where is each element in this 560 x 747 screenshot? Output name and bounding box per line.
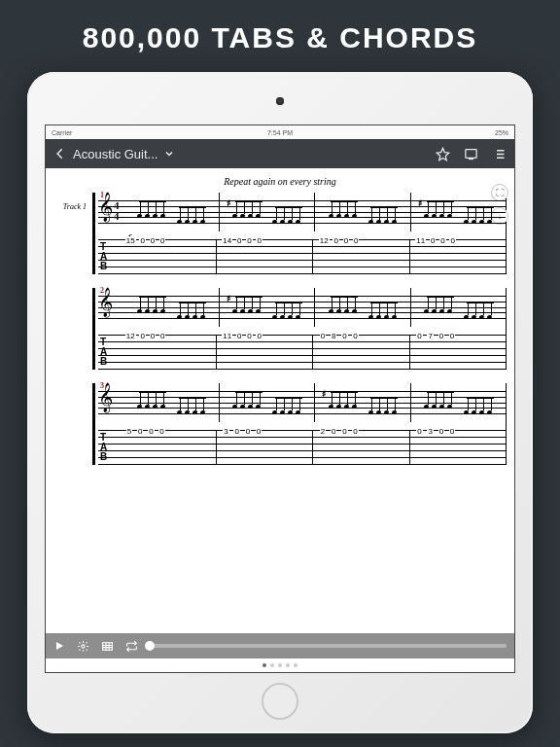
note <box>464 397 470 414</box>
star-icon[interactable] <box>436 147 450 161</box>
note <box>487 206 493 224</box>
tab-measure: 1100011000 <box>217 335 314 370</box>
page-dot[interactable] <box>286 663 290 667</box>
fret-number: 0 <box>343 236 349 245</box>
fret-number: 11 <box>222 332 232 340</box>
note <box>288 302 294 319</box>
status-carrier: Carrier <box>52 129 72 136</box>
note <box>335 391 341 409</box>
note <box>288 397 294 414</box>
beam-group: ♯ <box>232 200 262 218</box>
note <box>296 206 301 224</box>
fret-number: 0 <box>430 236 436 245</box>
sharp-icon: ♯ <box>227 294 230 303</box>
note <box>280 206 286 224</box>
beam-group <box>328 296 357 313</box>
note <box>368 397 373 414</box>
note <box>439 391 445 409</box>
page-dot[interactable] <box>262 663 266 667</box>
fret-number: 0 <box>352 332 358 340</box>
fret-number: 3 <box>223 427 228 436</box>
beam-group <box>464 206 493 224</box>
fret-number: 0 <box>341 332 347 340</box>
fret-number: 0 <box>246 236 252 245</box>
play-icon[interactable] <box>53 640 65 652</box>
chevron-down-icon[interactable] <box>163 148 175 160</box>
gear-icon[interactable] <box>77 640 89 653</box>
tab-measure: 1200012000 <box>120 335 217 370</box>
note <box>248 296 254 313</box>
beam-group <box>368 206 397 224</box>
note <box>176 302 182 319</box>
note <box>184 302 190 319</box>
note <box>176 397 182 414</box>
score-sheet[interactable]: Repeat again on every string ⛶ ↓ Track 1… <box>46 168 514 633</box>
sharp-icon: ♯ <box>227 198 230 208</box>
note <box>447 200 453 218</box>
music-system: 2𝄞♯TAB1200012000110001100008000000070000… <box>53 288 507 370</box>
note <box>136 200 142 218</box>
fret-number: 0 <box>353 236 359 245</box>
fret-number: 0 <box>352 427 358 436</box>
measure: ♯ <box>315 383 411 422</box>
loop-icon[interactable] <box>125 640 138 653</box>
measure <box>220 383 316 422</box>
list-icon[interactable] <box>492 147 507 161</box>
tab-staff: TAB120001200011000110000800000007000000 <box>98 335 506 370</box>
beam-group <box>176 206 205 224</box>
note <box>144 296 150 313</box>
tab-measure: 1500015000 <box>120 239 217 274</box>
page-dot[interactable] <box>294 663 298 667</box>
fret-number: 0 <box>449 332 455 340</box>
page-dot[interactable] <box>270 663 274 667</box>
note <box>472 397 477 414</box>
note <box>479 206 485 224</box>
clef-column: 1𝄞44 <box>98 193 123 231</box>
home-button[interactable] <box>262 683 298 720</box>
fret-number: 0 <box>245 427 251 436</box>
note <box>464 206 470 224</box>
fret-number: 0 <box>233 427 239 436</box>
page-dot[interactable] <box>278 663 282 667</box>
beam-group <box>328 200 357 218</box>
measure <box>411 383 507 422</box>
note <box>447 296 453 313</box>
tab-measure: 07000000 <box>410 335 507 370</box>
fretboard-icon[interactable] <box>101 640 114 653</box>
note <box>184 397 190 414</box>
beam-group: ♯ <box>424 200 453 218</box>
song-title[interactable]: Acoustic Guit... <box>73 147 158 161</box>
ios-status-bar: Carrier 7:54 PM 25% <box>46 125 514 139</box>
note <box>351 200 357 218</box>
progress-track[interactable] <box>150 644 507 648</box>
fret-number: 0 <box>438 427 444 436</box>
measure <box>315 288 411 327</box>
beam-group: ♯ <box>232 296 262 313</box>
beam-group <box>136 200 165 218</box>
fullscreen-icon[interactable] <box>464 147 478 161</box>
notation-staff: f1𝄞44♯♯ <box>98 193 506 231</box>
progress-thumb[interactable] <box>145 641 155 651</box>
fret-number: 5 <box>126 427 132 436</box>
measure <box>411 288 507 327</box>
note <box>479 302 485 319</box>
note <box>248 391 254 409</box>
note <box>136 296 142 313</box>
note <box>240 391 246 409</box>
note <box>152 200 158 218</box>
note <box>184 206 190 224</box>
status-time: 7:54 PM <box>267 129 293 136</box>
note <box>288 206 294 224</box>
note <box>256 200 262 218</box>
note <box>152 296 158 313</box>
beam-group <box>272 302 301 319</box>
back-icon[interactable] <box>53 147 67 160</box>
tab-measure: 08000000 <box>313 335 410 370</box>
fret-number: 2 <box>320 427 326 436</box>
note <box>375 206 381 224</box>
note: ♯ <box>232 296 238 313</box>
beam-group <box>424 296 453 313</box>
fret-number: 0 <box>320 332 326 340</box>
measure <box>123 193 220 231</box>
beam-group <box>232 391 262 409</box>
